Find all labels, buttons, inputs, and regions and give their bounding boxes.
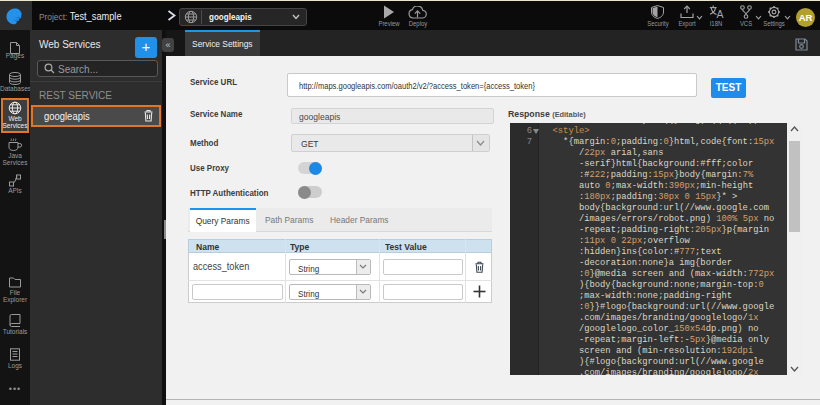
svg-text:A: A: [717, 8, 724, 19]
